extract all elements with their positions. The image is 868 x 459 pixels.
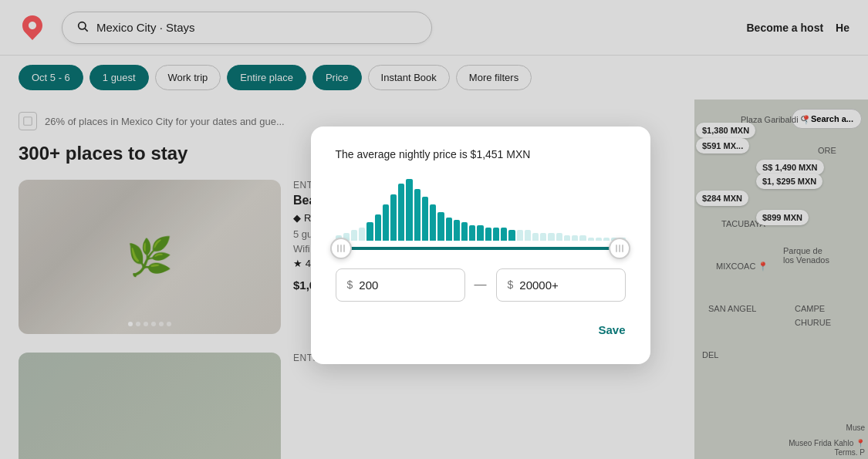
handle-line (616, 245, 617, 252)
currency-sign-max: $ (508, 278, 514, 291)
handle-line (619, 245, 620, 252)
histogram-bar (532, 233, 539, 241)
histogram-bar (508, 230, 515, 240)
histogram-bar (454, 220, 460, 241)
histogram-bar (437, 212, 444, 241)
handle-line (622, 245, 623, 252)
max-price-input-wrap[interactable]: $ (496, 268, 626, 302)
histogram-bar (485, 228, 491, 241)
handle-line (340, 245, 342, 252)
histogram-bar (469, 225, 475, 241)
handle-lines-left (337, 245, 345, 252)
range-dash: — (475, 278, 487, 292)
price-histogram (336, 179, 626, 241)
histogram-bar (359, 228, 365, 241)
modal-footer: Save (336, 317, 626, 343)
currency-sign-min: $ (347, 278, 353, 291)
histogram-bar (525, 230, 531, 240)
histogram-bar (398, 184, 404, 240)
price-slider-track[interactable] (336, 247, 626, 250)
histogram-bar (422, 197, 428, 241)
histogram-bar (493, 228, 499, 241)
histogram-bar (375, 214, 381, 240)
save-button[interactable]: Save (598, 317, 625, 343)
histogram-bar (477, 225, 483, 241)
handle-lines-right (616, 245, 623, 252)
histogram-bar (556, 233, 562, 241)
histogram-bar (572, 235, 578, 241)
histogram-bar (406, 179, 412, 241)
slider-handle-left[interactable] (330, 238, 352, 259)
handle-line (337, 245, 339, 252)
handle-line (343, 245, 345, 252)
modal-subtitle: The average nightly price is $1,451 MXN (336, 148, 626, 160)
histogram-bar (430, 204, 436, 241)
histogram-bar (383, 204, 389, 241)
histogram-bar (461, 222, 468, 240)
slider-handle-right[interactable] (609, 238, 630, 259)
min-price-input[interactable] (359, 278, 453, 292)
histogram-bar (351, 230, 357, 240)
histogram-bar (579, 235, 586, 241)
histogram-bar (603, 238, 610, 240)
histogram-bar (548, 233, 554, 241)
histogram-bar (390, 194, 397, 241)
histogram-bar (596, 238, 602, 240)
modal-overlay: The average nightly price is $1,451 MXN (0, 0, 868, 459)
histogram-bar (414, 189, 420, 241)
histogram-bar (564, 235, 570, 241)
histogram-bar (501, 228, 507, 241)
slider-fill (341, 247, 620, 250)
histogram-bar (446, 218, 452, 241)
histogram-bar (540, 233, 546, 241)
max-price-input[interactable] (519, 278, 613, 292)
price-modal: The average nightly price is $1,451 MXN (311, 127, 650, 364)
min-price-input-wrap[interactable]: $ (336, 268, 465, 302)
price-inputs: $ — $ (336, 268, 626, 302)
histogram-bar (588, 238, 594, 240)
histogram-bar (517, 230, 523, 240)
histogram-bar (366, 222, 373, 240)
